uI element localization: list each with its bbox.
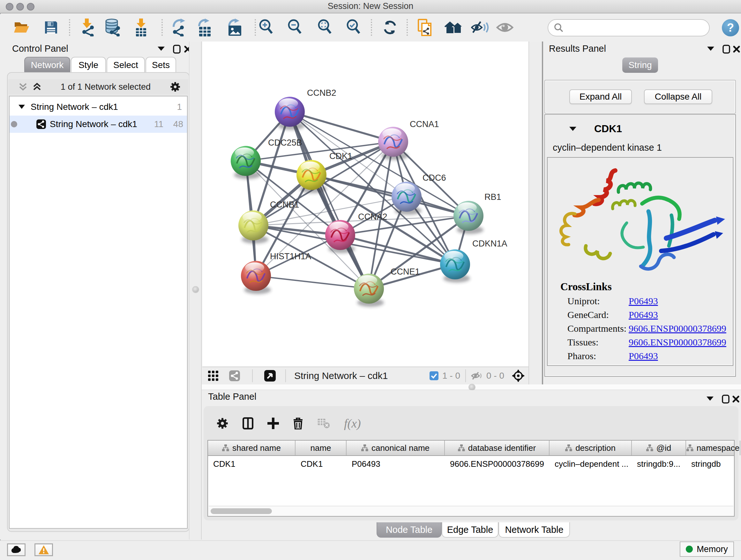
node-CCNA2[interactable] <box>325 220 355 250</box>
warnings-button[interactable] <box>35 543 53 556</box>
import-table-icon[interactable] <box>135 18 147 37</box>
zoom-selected-icon[interactable] <box>346 19 361 36</box>
horizontal-splitter[interactable] <box>202 384 741 390</box>
selected-checkbox-icon <box>429 371 439 380</box>
collection-expand-icon[interactable] <box>18 105 25 109</box>
show-grid-icon[interactable] <box>208 371 218 381</box>
add-column-icon[interactable] <box>267 418 279 429</box>
control-panel-float-icon[interactable] <box>173 45 181 54</box>
show-columns-icon[interactable] <box>243 417 253 429</box>
delete-table-icon[interactable] <box>317 418 330 428</box>
node-CCNE1[interactable] <box>354 273 384 304</box>
tab-edge-table[interactable]: Edge Table <box>442 522 498 538</box>
delete-column-icon[interactable] <box>293 417 303 429</box>
horizontal-splitter-handle[interactable] <box>468 384 475 391</box>
table-horizontal-scrollbar[interactable] <box>209 506 733 515</box>
results-panel-menu-icon[interactable] <box>707 46 714 51</box>
crosslink-row: Tissues:9606.ENSP00000378699 <box>567 337 733 348</box>
tab-string[interactable]: String <box>622 57 658 73</box>
column-header-name[interactable]: name <box>295 441 347 455</box>
clone-network-icon[interactable] <box>417 18 433 37</box>
zoom-fit-icon[interactable] <box>317 19 333 36</box>
table-panel-float-icon[interactable] <box>722 395 730 403</box>
network-canvas[interactable]: CCNB2CCNA1CDC25BCDK1CDC6RB1CCNB1CCNA2CDK… <box>202 42 529 366</box>
help-button[interactable]: ? <box>722 19 739 37</box>
zoom-out-icon[interactable] <box>287 19 302 36</box>
birds-eye-view-icon[interactable] <box>512 369 525 382</box>
cloud-status-button[interactable] <box>7 543 25 556</box>
gene-collapse-icon[interactable] <box>569 126 576 131</box>
results-panel-float-icon[interactable] <box>723 45 730 54</box>
memory-label: Memory <box>697 544 728 554</box>
table-options-gear-icon[interactable] <box>216 417 228 429</box>
hide-unhide-icon[interactable] <box>471 20 489 35</box>
node-CDKN1A[interactable] <box>440 249 470 279</box>
right-splitter[interactable] <box>529 42 543 384</box>
table-panel-menu-icon[interactable] <box>706 396 714 401</box>
collapse-all-networks-icon[interactable] <box>18 82 27 91</box>
zoom-in-icon[interactable] <box>259 19 274 36</box>
node-RB1[interactable] <box>454 201 483 231</box>
table-panel-close-icon[interactable] <box>732 395 740 403</box>
crosslink-value-link[interactable]: P06493 <box>629 296 658 307</box>
refresh-view-icon[interactable] <box>382 20 398 35</box>
save-session-icon[interactable] <box>44 21 58 34</box>
open-session-icon[interactable] <box>13 21 30 34</box>
search-field[interactable] <box>548 19 710 37</box>
node-CCNA1[interactable] <box>378 127 408 157</box>
expand-all-button[interactable]: Expand All <box>569 89 632 104</box>
results-panel-close-icon[interactable] <box>733 45 740 53</box>
node-CCNB2[interactable] <box>275 97 305 127</box>
home-string-icon[interactable] <box>444 20 463 35</box>
memory-button[interactable]: Memory <box>680 542 734 557</box>
crosslink-value-link[interactable]: 9606.ENSP00000378699 <box>629 323 726 334</box>
collapse-all-button[interactable]: Collapse All <box>644 89 712 104</box>
tab-network[interactable]: Network <box>24 57 70 73</box>
import-network-icon[interactable] <box>80 18 95 37</box>
table-cell: 9606.ENSP00000378699 <box>445 456 549 473</box>
network-row[interactable]: String Network – cdk1 11 48 <box>10 116 187 133</box>
network-view-title: String Network – cdk1 <box>294 370 388 381</box>
table-scrollbar-thumb[interactable] <box>211 508 272 514</box>
crosslink-value-link[interactable]: P06493 <box>629 351 658 361</box>
tab-network-table[interactable]: Network Table <box>498 522 570 538</box>
search-input[interactable] <box>563 23 691 33</box>
export-image-icon[interactable] <box>226 18 243 37</box>
crosslink-value-link[interactable]: 9606.ENSP00000378699 <box>629 337 726 348</box>
column-header-shared-name[interactable]: shared name <box>208 441 295 455</box>
node-CCNB1[interactable] <box>239 210 268 240</box>
left-splitter[interactable] <box>189 42 202 540</box>
column-header-canonical-name[interactable]: canonical name <box>347 441 445 455</box>
export-network-icon[interactable] <box>172 18 188 37</box>
show-graphics-details-icon[interactable] <box>496 20 514 35</box>
column-header-namespace[interactable]: namespace <box>686 441 740 455</box>
crosslink-value-link[interactable]: P06493 <box>629 309 658 320</box>
network-collection-row[interactable]: String Network – cdk1 1 <box>10 98 187 116</box>
gene-section-header[interactable]: CDK1 <box>545 115 735 137</box>
function-builder-button[interactable]: f(x) <box>344 416 361 430</box>
node-CDC25B[interactable] <box>231 146 261 176</box>
column-header--id[interactable]: @id <box>632 441 686 455</box>
tab-sets[interactable]: Sets <box>145 57 176 73</box>
tab-style[interactable]: Style <box>71 57 106 73</box>
column-header-database-identifier[interactable]: database identifier <box>445 441 549 455</box>
network-current-dot <box>11 121 17 127</box>
import-network-from-database-icon[interactable] <box>105 18 121 37</box>
control-panel-menu-icon[interactable] <box>158 46 165 51</box>
network-type-icon[interactable] <box>229 370 240 381</box>
node-HIST1H1A[interactable] <box>241 261 271 291</box>
crosslink-label: Pharos: <box>567 351 629 361</box>
network-options-gear-icon[interactable] <box>170 81 181 92</box>
open-in-window-icon[interactable] <box>264 370 276 381</box>
expand-all-networks-icon[interactable] <box>32 82 42 91</box>
network-selection-status: 1 of 1 Network selected <box>42 82 170 92</box>
export-table-icon[interactable] <box>197 18 212 37</box>
node-CDC6[interactable] <box>392 182 421 212</box>
table-row[interactable]: CDK1CDK1P064939606.ENSP00000378699cyclin… <box>208 456 734 473</box>
tab-node-table[interactable]: Node Table <box>377 522 442 538</box>
crosslink-row: Uniprot:P06493 <box>567 296 733 307</box>
left-splitter-handle[interactable] <box>192 286 199 293</box>
node-CDK1[interactable] <box>296 160 327 190</box>
column-header-description[interactable]: description <box>549 441 632 455</box>
tab-select[interactable]: Select <box>107 57 145 73</box>
